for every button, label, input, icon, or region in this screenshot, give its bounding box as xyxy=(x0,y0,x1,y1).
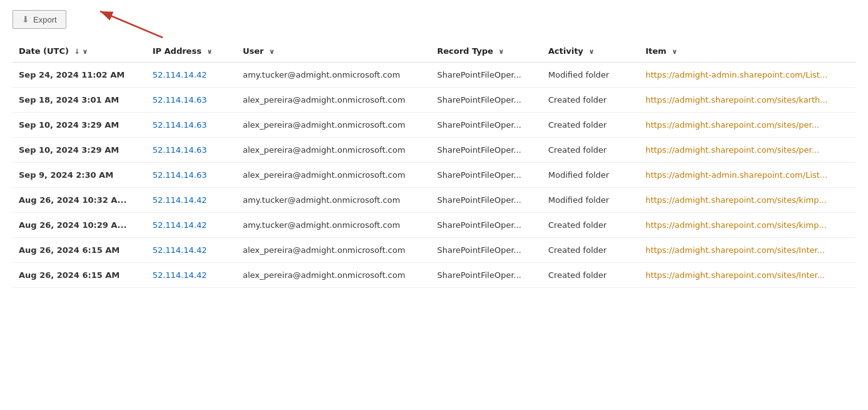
cell-user: alex_pereira@admight.onmicrosoft.com xyxy=(237,163,431,188)
ip-sort-icon[interactable]: ∨ xyxy=(207,48,212,56)
cell-date: Aug 26, 2024 10:32 A... xyxy=(13,188,146,213)
cell-item: https://admight.sharepoint.com/sites/Int… xyxy=(639,263,855,288)
col-record-type[interactable]: Record Type ∨ xyxy=(431,41,542,63)
cell-activity: Modified folder xyxy=(542,163,639,188)
cell-date: Aug 26, 2024 10:29 A... xyxy=(13,213,146,238)
col-user-label: User xyxy=(243,46,264,56)
cell-ip: 52.114.14.42 xyxy=(146,188,237,213)
cell-date: Sep 10, 2024 3:29 AM xyxy=(13,138,146,163)
export-button[interactable]: ⬇ Export xyxy=(13,10,66,29)
cell-record-type: SharePointFileOper... xyxy=(431,88,542,113)
cell-date: Aug 26, 2024 6:15 AM xyxy=(13,238,146,263)
cell-ip: 52.114.14.63 xyxy=(146,88,237,113)
table-row[interactable]: Aug 26, 2024 6:15 AM52.114.14.42alex_per… xyxy=(13,238,855,263)
svg-line-1 xyxy=(100,11,163,38)
cell-ip: 52.114.14.63 xyxy=(146,163,237,188)
col-ip-label: IP Address xyxy=(153,46,202,56)
table-row[interactable]: Aug 26, 2024 10:32 A...52.114.14.42amy.t… xyxy=(13,188,855,213)
cell-activity: Created folder xyxy=(542,88,639,113)
cell-record-type: SharePointFileOper... xyxy=(431,163,542,188)
header-row: Date (UTC) ↓ ∨ IP Address ∨ User ∨ Recor… xyxy=(13,41,855,63)
cell-item: https://admight.sharepoint.com/sites/kim… xyxy=(639,188,855,213)
cell-record-type: SharePointFileOper... xyxy=(431,213,542,238)
col-date-label: Date (UTC) xyxy=(19,46,69,56)
cell-activity: Created folder xyxy=(542,138,639,163)
cell-ip: 52.114.14.63 xyxy=(146,138,237,163)
cell-item: https://admight-admin.sharepoint.com/Lis… xyxy=(639,163,855,188)
cell-item: https://admight.sharepoint.com/sites/per… xyxy=(639,138,855,163)
toolbar: ⬇ Export xyxy=(13,10,855,29)
cell-user: amy.tucker@admight.onmicrosoft.com xyxy=(237,213,431,238)
cell-item: https://admight.sharepoint.com/sites/kar… xyxy=(639,88,855,113)
cell-activity: Modified folder xyxy=(542,63,639,88)
cell-item: https://admight.sharepoint.com/sites/per… xyxy=(639,113,855,138)
table-row[interactable]: Sep 10, 2024 3:29 AM52.114.14.63alex_per… xyxy=(13,138,855,163)
cell-user: alex_pereira@admight.onmicrosoft.com xyxy=(237,263,431,288)
cell-activity: Created folder xyxy=(542,238,639,263)
activity-sort-icon[interactable]: ∨ xyxy=(589,48,595,56)
cell-record-type: SharePointFileOper... xyxy=(431,188,542,213)
table-row[interactable]: Sep 9, 2024 2:30 AM52.114.14.63alex_pere… xyxy=(13,163,855,188)
cell-record-type: SharePointFileOper... xyxy=(431,63,542,88)
cell-date: Sep 9, 2024 2:30 AM xyxy=(13,163,146,188)
cell-date: Aug 26, 2024 6:15 AM xyxy=(13,263,146,288)
col-date[interactable]: Date (UTC) ↓ ∨ xyxy=(13,41,146,63)
cell-item: https://admight.sharepoint.com/sites/Int… xyxy=(639,238,855,263)
table-body: Sep 24, 2024 11:02 AM52.114.14.42amy.tuc… xyxy=(13,63,855,288)
col-ip[interactable]: IP Address ∨ xyxy=(146,41,237,63)
col-user[interactable]: User ∨ xyxy=(237,41,431,63)
cell-user: alex_pereira@admight.onmicrosoft.com xyxy=(237,88,431,113)
cell-activity: Created folder xyxy=(542,113,639,138)
cell-date: Sep 18, 2024 3:01 AM xyxy=(13,88,146,113)
table-row[interactable]: Aug 26, 2024 10:29 A...52.114.14.42amy.t… xyxy=(13,213,855,238)
export-label: Export xyxy=(33,15,57,24)
cell-user: alex_pereira@admight.onmicrosoft.com xyxy=(237,113,431,138)
cell-record-type: SharePointFileOper... xyxy=(431,238,542,263)
cell-record-type: SharePointFileOper... xyxy=(431,113,542,138)
arrow-indicator xyxy=(94,5,169,41)
cell-user: alex_pereira@admight.onmicrosoft.com xyxy=(237,138,431,163)
col-item[interactable]: Item ∨ xyxy=(639,41,855,63)
item-sort-icon[interactable]: ∨ xyxy=(671,48,677,56)
table-header: Date (UTC) ↓ ∨ IP Address ∨ User ∨ Recor… xyxy=(13,41,855,63)
cell-ip: 52.114.14.63 xyxy=(146,113,237,138)
user-sort-icon[interactable]: ∨ xyxy=(269,48,275,56)
record-type-sort-icon[interactable]: ∨ xyxy=(499,48,504,56)
cell-date: Sep 24, 2024 11:02 AM xyxy=(13,63,146,88)
col-activity-label: Activity xyxy=(548,46,583,56)
cell-activity: Created folder xyxy=(542,213,639,238)
download-icon: ⬇ xyxy=(22,14,29,24)
table-row[interactable]: Aug 26, 2024 6:15 AM52.114.14.42alex_per… xyxy=(13,263,855,288)
cell-user: amy.tucker@admight.onmicrosoft.com xyxy=(237,63,431,88)
cell-user: amy.tucker@admight.onmicrosoft.com xyxy=(237,188,431,213)
col-activity[interactable]: Activity ∨ xyxy=(542,41,639,63)
cell-date: Sep 10, 2024 3:29 AM xyxy=(13,113,146,138)
table-row[interactable]: Sep 10, 2024 3:29 AM52.114.14.63alex_per… xyxy=(13,113,855,138)
col-item-label: Item xyxy=(645,46,666,56)
cell-item: https://admight-admin.sharepoint.com/Lis… xyxy=(639,63,855,88)
table-row[interactable]: Sep 18, 2024 3:01 AM52.114.14.63alex_per… xyxy=(13,88,855,113)
cell-ip: 52.114.14.42 xyxy=(146,213,237,238)
cell-item: https://admight.sharepoint.com/sites/kim… xyxy=(639,213,855,238)
cell-ip: 52.114.14.42 xyxy=(146,238,237,263)
cell-record-type: SharePointFileOper... xyxy=(431,138,542,163)
col-record-type-label: Record Type xyxy=(437,46,493,56)
date-sort-icon[interactable]: ↓ ∨ xyxy=(74,48,88,56)
cell-activity: Created folder xyxy=(542,263,639,288)
cell-record-type: SharePointFileOper... xyxy=(431,263,542,288)
cell-ip: 52.114.14.42 xyxy=(146,63,237,88)
cell-activity: Modified folder xyxy=(542,188,639,213)
table-row[interactable]: Sep 24, 2024 11:02 AM52.114.14.42amy.tuc… xyxy=(13,63,855,88)
cell-ip: 52.114.14.42 xyxy=(146,263,237,288)
audit-log-table: Date (UTC) ↓ ∨ IP Address ∨ User ∨ Recor… xyxy=(13,41,855,288)
cell-user: alex_pereira@admight.onmicrosoft.com xyxy=(237,238,431,263)
